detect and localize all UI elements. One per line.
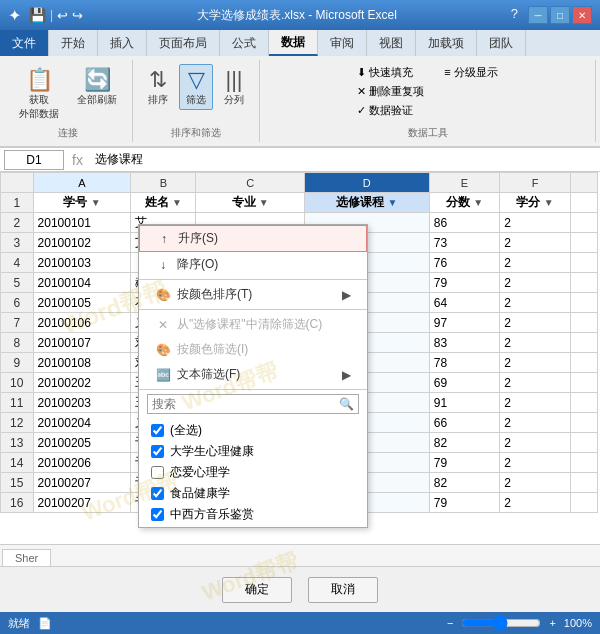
checkbox-psychology-label: 大学生心理健康 xyxy=(170,443,254,460)
tab-team[interactable]: 团队 xyxy=(477,30,526,56)
cell-c1[interactable]: 专业 ▼ xyxy=(196,193,305,213)
filter-button[interactable]: ▽ 筛选 xyxy=(179,64,213,110)
dialog-footer: 确定 取消 xyxy=(0,566,600,612)
cell-d1[interactable]: 选修课程 ▼ xyxy=(304,193,429,213)
formula-input[interactable] xyxy=(91,150,596,170)
ribbon-content: 📋 获取外部数据 🔄 全部刷新 连接 ⇅ 排序 ▽ 筛选 xyxy=(0,56,600,148)
search-icon: 🔍 xyxy=(339,397,354,411)
zoom-level: 100% xyxy=(564,617,592,629)
window-title: 大学选修成绩表.xlsx - Microsoft Excel xyxy=(83,7,511,24)
close-button[interactable]: ✕ xyxy=(572,6,592,24)
text-filter-icon: 🔤 xyxy=(155,368,171,382)
maximize-button[interactable]: □ xyxy=(550,6,570,24)
col-header-d[interactable]: D xyxy=(304,173,429,193)
search-input[interactable] xyxy=(152,397,339,411)
checkbox-food[interactable] xyxy=(151,487,164,500)
row-num-1: 1 xyxy=(1,193,34,213)
tab-home[interactable]: 开始 xyxy=(49,30,98,56)
help-button[interactable]: ? xyxy=(511,6,518,24)
sort-descending-menu-item[interactable]: ↓ 降序(O) xyxy=(139,252,367,277)
group-outline-button[interactable]: ≡ 分级显示 xyxy=(440,64,501,81)
zoom-out-icon[interactable]: − xyxy=(447,617,453,629)
get-external-data-button[interactable]: 📋 获取外部数据 xyxy=(12,64,66,124)
tab-formulas[interactable]: 公式 xyxy=(220,30,269,56)
tab-addins[interactable]: 加载项 xyxy=(416,30,477,56)
tab-file[interactable]: 文件 xyxy=(0,30,49,56)
status-bar: 就绪 📄 − + 100% xyxy=(0,612,600,634)
ok-button[interactable]: 确定 xyxy=(222,577,292,603)
refresh-all-button[interactable]: 🔄 全部刷新 xyxy=(70,64,124,110)
col-header-f[interactable]: F xyxy=(500,173,571,193)
quick-fill-button[interactable]: ⬇ 快速填充 xyxy=(353,64,428,81)
cell-g1 xyxy=(570,193,597,213)
sort-ascending-menu-item[interactable]: ↑ 升序(S) xyxy=(139,225,367,252)
cancel-button[interactable]: 取消 xyxy=(308,577,378,603)
sheet-tab-sher[interactable]: Sher xyxy=(2,549,51,566)
sort-descending-label: 降序(O) xyxy=(177,256,218,273)
checkbox-list: (全选) 大学生心理健康 恋爱心理学 食品健康学 中西方音乐鉴赏 xyxy=(139,418,367,527)
submenu-arrow-icon: ▶ xyxy=(342,288,351,302)
checkbox-all[interactable] xyxy=(151,424,164,437)
status-right: − + 100% xyxy=(447,615,592,631)
tab-insert[interactable]: 插入 xyxy=(98,30,147,56)
checkbox-music[interactable] xyxy=(151,508,164,521)
group-data-tools: ⬇ 快速填充 ✕ 删除重复项 ✓ 数据验证 ≡ 分级显示 数据工具 xyxy=(260,60,596,142)
color-filter-icon: 🎨 xyxy=(155,343,171,357)
checkbox-all-label: (全选) xyxy=(170,422,202,439)
color-sort-label: 按颜色排序(T) xyxy=(177,286,252,303)
checkbox-love[interactable] xyxy=(151,466,164,479)
checkbox-item-all[interactable]: (全选) xyxy=(147,420,359,441)
checkbox-item-love[interactable]: 恋爱心理学 xyxy=(147,462,359,483)
text-filter-menu-item[interactable]: 🔤 文本筛选(F) ▶ xyxy=(139,362,367,387)
name-box[interactable] xyxy=(4,150,64,170)
col-header-a[interactable]: A xyxy=(33,173,131,193)
color-filter-menu-item: 🎨 按颜色筛选(I) xyxy=(139,337,367,362)
sort-button[interactable]: ⇅ 排序 xyxy=(141,64,175,110)
checkbox-item-food[interactable]: 食品健康学 xyxy=(147,483,359,504)
checkbox-item-music[interactable]: 中西方音乐鉴赏 xyxy=(147,504,359,525)
clear-filter-icon: ✕ xyxy=(155,318,171,332)
clear-filter-label: 从"选修课程"中清除筛选(C) xyxy=(177,316,322,333)
excel-icon: ✦ xyxy=(8,6,21,25)
cell-f1[interactable]: 学分 ▼ xyxy=(500,193,571,213)
minimize-button[interactable]: ─ xyxy=(528,6,548,24)
checkbox-music-label: 中西方音乐鉴赏 xyxy=(170,506,254,523)
text-filter-arrow-icon: ▶ xyxy=(342,368,351,382)
tab-view[interactable]: 视图 xyxy=(367,30,416,56)
status-icon: 📄 xyxy=(38,617,52,630)
menu-separator-1 xyxy=(139,279,367,280)
sheet-container: A B C D E F 1 学号 ▼ 姓名 ▼ 专业 ▼ xyxy=(0,172,600,612)
formula-divider: fx xyxy=(68,152,87,168)
checkbox-food-label: 食品健康学 xyxy=(170,485,230,502)
title-icons: ✦ 💾 | ↩ ↪ xyxy=(8,6,83,25)
color-sort-icon: 🎨 xyxy=(155,288,171,302)
menu-separator-3 xyxy=(139,389,367,390)
search-box: 🔍 xyxy=(147,394,359,414)
split-column-button[interactable]: ||| 分列 xyxy=(217,64,251,110)
status-ready: 就绪 xyxy=(8,616,30,631)
zoom-slider[interactable] xyxy=(461,615,541,631)
remove-duplicates-button[interactable]: ✕ 删除重复项 xyxy=(353,83,428,100)
cell-e1[interactable]: 分数 ▼ xyxy=(429,193,500,213)
window-controls: ? ─ □ ✕ xyxy=(511,6,592,24)
zoom-in-icon[interactable]: + xyxy=(549,617,555,629)
filter-dropdown: ↑ 升序(S) ↓ 降序(O) 🎨 按颜色排序(T) ▶ ✕ 从"选修课程"中清… xyxy=(138,224,368,528)
data-validation-button[interactable]: ✓ 数据验证 xyxy=(353,102,428,119)
col-header-row: A B C D E F xyxy=(1,173,598,193)
sort-ascending-label: 升序(S) xyxy=(178,230,218,247)
tab-page-layout[interactable]: 页面布局 xyxy=(147,30,220,56)
sheet-tabs-area: Sher xyxy=(0,544,600,566)
tab-review[interactable]: 审阅 xyxy=(318,30,367,56)
color-filter-label: 按颜色筛选(I) xyxy=(177,341,248,358)
table-row: 1 学号 ▼ 姓名 ▼ 专业 ▼ 选修课程 ▼ 分数 ▼ 学分 ▼ xyxy=(1,193,598,213)
col-header-e[interactable]: E xyxy=(429,173,500,193)
cell-b1[interactable]: 姓名 ▼ xyxy=(131,193,196,213)
checkbox-item-psychology[interactable]: 大学生心理健康 xyxy=(147,441,359,462)
group-sort-filter: ⇅ 排序 ▽ 筛选 ||| 分列 排序和筛选 xyxy=(133,60,260,142)
tab-data[interactable]: 数据 xyxy=(269,30,318,56)
checkbox-psychology[interactable] xyxy=(151,445,164,458)
cell-a1[interactable]: 学号 ▼ xyxy=(33,193,131,213)
col-header-c[interactable]: C xyxy=(196,173,305,193)
col-header-b[interactable]: B xyxy=(131,173,196,193)
color-sort-menu-item[interactable]: 🎨 按颜色排序(T) ▶ xyxy=(139,282,367,307)
